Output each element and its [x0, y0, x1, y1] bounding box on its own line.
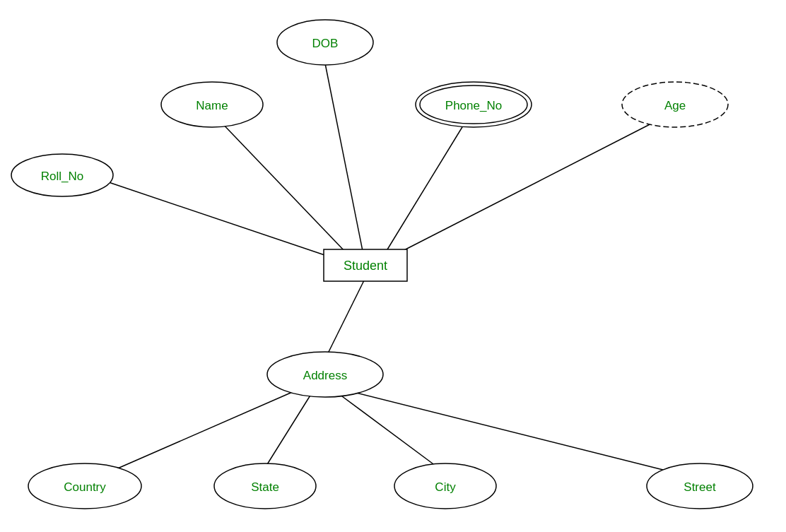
age-label: Age: [664, 99, 686, 112]
roll-no-label: Roll_No: [41, 170, 83, 183]
country-label: Country: [64, 480, 106, 494]
svg-line-5: [325, 279, 365, 359]
svg-line-2: [385, 120, 467, 253]
svg-line-9: [353, 392, 671, 472]
name-label: Name: [196, 99, 228, 112]
svg-line-4: [102, 180, 339, 260]
svg-line-8: [339, 394, 438, 468]
phone-no-label: Phone_No: [445, 99, 502, 112]
state-label: State: [251, 480, 279, 494]
svg-line-7: [265, 394, 311, 468]
svg-line-0: [325, 64, 365, 261]
city-label: City: [435, 480, 456, 494]
address-label: Address: [303, 369, 347, 382]
svg-line-6: [110, 391, 295, 472]
svg-line-3: [396, 119, 661, 254]
student-label: Student: [344, 259, 387, 273]
dob-label: DOB: [312, 37, 339, 50]
street-label: Street: [684, 480, 716, 494]
svg-line-1: [219, 120, 346, 253]
